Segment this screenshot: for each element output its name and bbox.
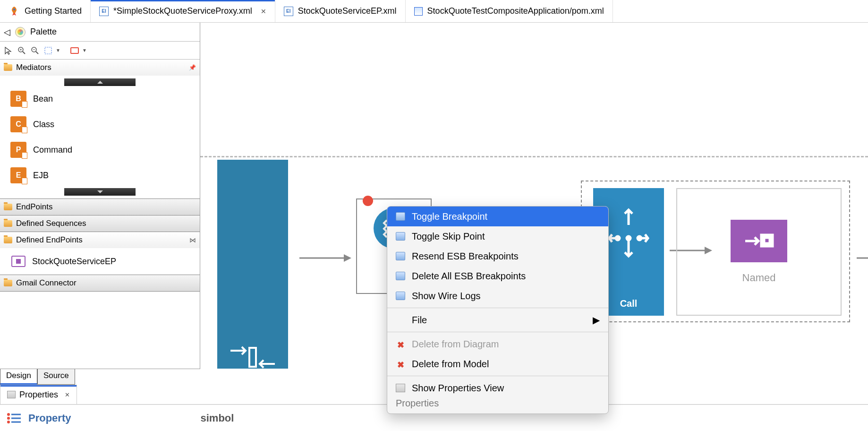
- submenu-arrow-icon: ▶: [593, 314, 600, 326]
- drawer-label: EndPoints: [16, 202, 53, 212]
- menu-delete-all-breakpoints[interactable]: Delete All ESB Breakpoints: [387, 266, 608, 286]
- tab-properties[interactable]: Properties ✕: [0, 385, 77, 404]
- tab-getting-started[interactable]: Getting Started: [0, 0, 91, 22]
- bean-icon: B: [10, 91, 26, 107]
- call-label: Call: [620, 298, 638, 309]
- svg-point-18: [627, 236, 630, 240]
- drawer-endpoints: EndPoints: [0, 199, 200, 216]
- tab-pom-xml[interactable]: StockQuoteTestCompositeApplication/pom.x…: [406, 0, 613, 22]
- tab-label: Properties: [19, 390, 58, 400]
- menu-separator: [387, 376, 608, 376]
- xml-file-icon: EI: [284, 7, 293, 16]
- svg-point-30: [7, 421, 10, 423]
- proxy-flow-icon: [227, 344, 279, 371]
- drawer-mediators: Mediators 📌 B Bean C Class P Command: [0, 60, 200, 199]
- menu-delete-from-model[interactable]: ✖ Delete from Model: [387, 354, 608, 374]
- palette-item-class[interactable]: C Class: [0, 112, 200, 137]
- xml-file-icon: EI: [99, 7, 109, 16]
- drawer-label: Mediators: [16, 63, 51, 72]
- tab-label: StockQuoteTestCompositeApplication/pom.x…: [427, 6, 604, 16]
- palette-item-label: EJB: [33, 171, 49, 181]
- proxy-node[interactable]: [217, 160, 288, 377]
- property-value: simbol: [200, 412, 234, 424]
- tab-endpoint-xml[interactable]: EI StockQuoteServiceEP.xml: [275, 0, 406, 22]
- menu-label: File: [412, 315, 427, 326]
- menu-separator: [387, 332, 608, 332]
- menu-separator: [387, 308, 608, 308]
- call-mediator-icon: [606, 207, 651, 259]
- palette-item-stockquote-ep[interactable]: StockQuoteServiceEP: [0, 251, 200, 272]
- drawer-header-gmail[interactable]: Gmail Connector: [0, 275, 200, 291]
- palette-item-command[interactable]: P Command: [0, 137, 200, 163]
- menu-label: Toggle Breakpoint: [412, 211, 487, 222]
- select-tool-icon[interactable]: [3, 45, 14, 56]
- application-icon: [414, 7, 423, 16]
- dropdown-icon[interactable]: ▼: [82, 48, 87, 53]
- close-icon[interactable]: ✕: [261, 8, 266, 15]
- dropdown-icon[interactable]: ▼: [56, 48, 60, 53]
- pin-icon[interactable]: 📌: [189, 64, 196, 71]
- menu-resend-breakpoints[interactable]: Resend ESB Breakpoints: [387, 246, 608, 266]
- scroll-down-button[interactable]: [64, 188, 136, 196]
- menu-show-properties[interactable]: Show Properties View: [387, 378, 608, 398]
- breakpoint-icon: [396, 212, 405, 221]
- note-tool-icon[interactable]: [69, 45, 80, 56]
- named-endpoint-icon: [731, 220, 787, 262]
- ejb-icon: E: [10, 167, 26, 183]
- menu-toggle-breakpoint[interactable]: Toggle Breakpoint: [387, 207, 608, 226]
- design-source-tabs: Design Source: [0, 369, 200, 385]
- svg-point-29: [7, 417, 10, 420]
- drawer-header-endpoints[interactable]: EndPoints: [0, 199, 200, 215]
- svg-line-6: [36, 52, 38, 54]
- drawer-defined-sequences: Defined Sequences: [0, 216, 200, 232]
- breakpoint-icon: [396, 252, 405, 260]
- marquee-tool-icon[interactable]: [43, 45, 54, 56]
- drawer-label: Defined EndPoints: [16, 235, 83, 245]
- tab-label: *SimpleStockQuoteServiceProxy.xml: [113, 6, 252, 16]
- folder-icon: [4, 280, 12, 286]
- scroll-up-button[interactable]: [64, 78, 136, 86]
- tab-source[interactable]: Source: [37, 369, 75, 385]
- link-icon[interactable]: ⋈: [189, 236, 196, 244]
- tab-proxy-xml[interactable]: EI *SimpleStockQuoteServiceProxy.xml ✕: [91, 0, 275, 22]
- palette-item-label: Class: [33, 120, 54, 129]
- palette-title: Palette: [30, 27, 57, 37]
- drawer-header-mediators[interactable]: Mediators 📌: [0, 60, 200, 76]
- palette-item-bean[interactable]: B Bean: [0, 86, 200, 112]
- menu-label: Delete from Model: [412, 359, 489, 370]
- svg-rect-23: [764, 238, 770, 243]
- spacer: [396, 316, 405, 324]
- drawer-header-defined-sequences[interactable]: Defined Sequences: [0, 216, 200, 232]
- breakpoint-indicator-icon: [363, 196, 373, 206]
- named-label: Named: [742, 272, 776, 284]
- palette-header: ◁ Palette: [0, 23, 200, 42]
- zoom-in-icon[interactable]: [16, 45, 27, 56]
- property-list-icon: [7, 412, 22, 424]
- named-endpoint-node[interactable]: Named: [676, 188, 842, 316]
- svg-marker-13: [344, 254, 351, 262]
- folder-icon: [4, 204, 12, 210]
- palette-item-label: Command: [33, 145, 72, 155]
- properties-icon: [7, 391, 16, 398]
- close-icon[interactable]: ✕: [65, 391, 70, 398]
- zoom-out-icon[interactable]: [29, 45, 41, 56]
- call-mediator-container[interactable]: Call Named: [581, 181, 850, 322]
- editor-tabs: Getting Started EI *SimpleStockQuoteServ…: [0, 0, 868, 23]
- log-icon: [396, 292, 405, 300]
- back-icon[interactable]: ◁: [4, 27, 10, 37]
- flow-arrow: [299, 252, 351, 264]
- menu-label: Delete from Diagram: [412, 339, 499, 350]
- palette-item-ejb[interactable]: E EJB: [0, 163, 200, 188]
- menu-toggle-skip[interactable]: Toggle Skip Point: [387, 226, 608, 246]
- menu-label: Delete All ESB Breakpoints: [412, 271, 526, 282]
- svg-line-2: [23, 52, 25, 54]
- command-icon: P: [10, 142, 26, 158]
- svg-point-0: [13, 9, 15, 10]
- svg-point-28: [7, 413, 10, 416]
- palette-item-label: StockQuoteServiceEP: [32, 257, 116, 267]
- tab-design[interactable]: Design: [0, 369, 37, 385]
- drawer-header-defined-endpoints[interactable]: Defined EndPoints ⋈: [0, 232, 200, 248]
- breakpoint-icon: [396, 272, 405, 280]
- menu-show-wire-logs[interactable]: Show Wire Logs: [387, 286, 608, 306]
- menu-file[interactable]: File ▶: [387, 310, 608, 330]
